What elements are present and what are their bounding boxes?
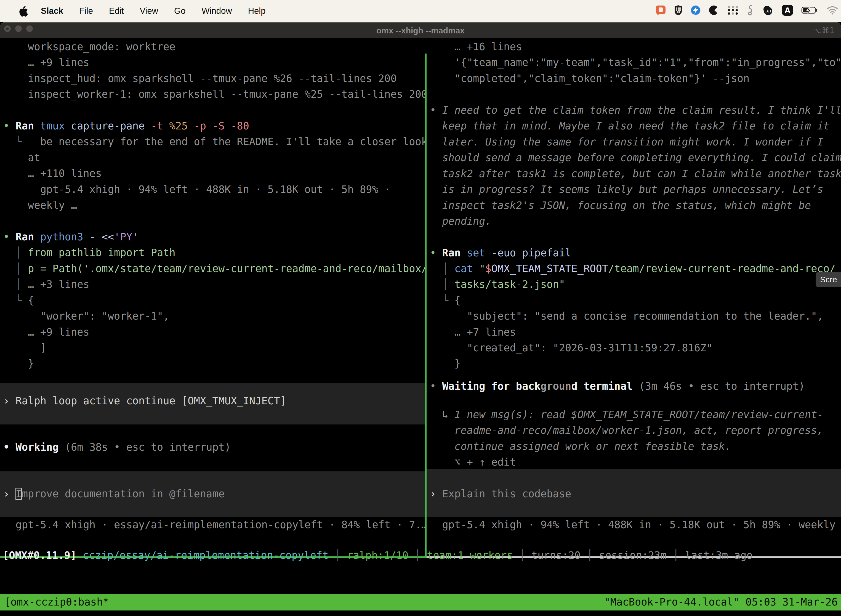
model-status-line: gpt-5.4 xhigh · 94% left · 488K in · 5.1… (426, 517, 841, 533)
bolt-badge-icon[interactable] (690, 5, 701, 15)
terminal-content: workspace_mode: worktree … +9 lines insp… (0, 38, 841, 541)
screen-tooltip: Scre (816, 272, 841, 287)
terminal-line: │ … +3 lines (0, 277, 425, 293)
terminal-line: … +9 lines (0, 55, 425, 70)
pane-separator[interactable] (425, 54, 426, 556)
tmux-session-label: [omx-cczip0:bash* (4, 594, 109, 610)
badge-61-icon[interactable]: ..61 (762, 5, 774, 16)
window-title: omx --xhigh --madmax (0, 23, 841, 38)
terminal-line: │ p = Path('.omx/state/team/review-curre… (0, 261, 425, 277)
apple-menu-icon[interactable] (18, 6, 29, 16)
a-app-icon[interactable]: A (781, 4, 794, 16)
terminal-line: continue assigned work or next feasible … (426, 439, 841, 455)
terminal-line: └ { (0, 293, 425, 308)
terminal-line: "created_at": "2026-03-31T11:59:27.816Z" (426, 340, 841, 356)
macos-menu-bar: SlackFileEditViewGoWindowHelp ..61A (0, 0, 841, 22)
terminal-line: ↳ 1 new msg(s): read $OMX_TEAM_STATE_ROO… (426, 407, 841, 423)
working-status-line: • Working (6m 38s • esc to interrupt) (0, 439, 425, 455)
dots-grid-icon[interactable] (727, 5, 739, 16)
terminal-line: │ from pathlib import Path (0, 245, 425, 261)
terminal-line: ] (0, 340, 425, 356)
battery-icon[interactable] (801, 6, 819, 15)
squiggle-icon[interactable] (747, 4, 754, 16)
omx-status-segment: cczip/essay/ai-reimplementation-copyleft (83, 550, 329, 561)
terminal-line: workspace_mode: worktree (0, 39, 425, 55)
terminal-line: weekly … (0, 197, 425, 213)
terminal-line: at (0, 150, 425, 166)
terminal-line: • Ran tmux capture-pane -t %25 -p -S -80 (0, 118, 425, 134)
terminal-line: later. Using the same for transition mig… (426, 134, 841, 150)
arc-icon[interactable] (709, 5, 719, 15)
terminal-line: │ tasks/task-2.json" (426, 277, 841, 293)
window-shortcut-badge: ⌥⌘1 (813, 23, 834, 38)
omx-status-segment: │ (329, 550, 347, 561)
omx-status-segment: session:23m (599, 550, 667, 561)
terminal-line: "completed","claim_token":"claim-token"}… (426, 70, 841, 87)
terminal-line: readme-and-reco/mailbox/worker-1.json, a… (426, 422, 841, 439)
omx-status-segment: team:1 workers (427, 550, 513, 561)
omx-status-segment: │ (408, 550, 427, 561)
terminal-line: • I need to get the claim token from the… (426, 103, 841, 119)
terminal-line: "worker": "worker-1", (0, 308, 425, 324)
terminal-line: task2 after task1 is complete, but can I… (426, 166, 841, 182)
chat-icon[interactable] (656, 5, 666, 16)
terminal-line: } (0, 356, 425, 372)
terminal-line: • Ran python3 - <<'PY' (0, 229, 425, 245)
svg-text:..61: ..61 (765, 9, 772, 13)
terminal-window: omx --xhigh --madmax ⌥⌘1 workspace_mode:… (0, 22, 841, 616)
edit-hint-line: ⌥ + ↑ edit (426, 454, 841, 470)
svg-text:A: A (785, 6, 790, 15)
terminal-line: keep that in mind. Maybe I also need the… (426, 118, 841, 134)
menu-items: SlackFileEditViewGoWindowHelp (29, 6, 265, 16)
terminal-line: inspect task2's JSON, focusing on the st… (426, 198, 841, 214)
terminal-line: pending. (426, 213, 841, 229)
omx-status-segment: │ (667, 550, 685, 561)
terminal-line: … +110 lines (0, 166, 425, 182)
terminal-line: │ cat "$OMX_TEAM_STATE_ROOT/team/review-… (426, 261, 841, 277)
tmux-host-clock: "MacBook-Pro-44.local" 05:03 31-Mar-26 (604, 594, 838, 610)
terminal-line: └ be necessary for the end of the README… (0, 134, 425, 150)
menu-item-view[interactable]: View (140, 6, 158, 16)
menu-item-go[interactable]: Go (174, 6, 185, 16)
terminal-line: is in progress? It seems likely but perh… (426, 182, 841, 198)
terminal-line: … +9 lines (0, 324, 425, 340)
tmux-pane-worker[interactable]: … +16 lines '{"team_name":"my-team","tas… (426, 38, 841, 541)
menu-item-help[interactable]: Help (248, 6, 266, 16)
model-status-line: gpt-5.4 xhigh · essay/ai-reimplementatio… (0, 517, 425, 533)
omx-status-segment: │ (513, 550, 532, 561)
tmux-pane-hud[interactable]: workspace_mode: worktree … +9 lines insp… (0, 38, 425, 541)
terminal-line: … +16 lines (426, 39, 841, 55)
terminal-line: '{"team_name":"my-team","task_id":"1","f… (426, 55, 841, 70)
terminal-line: "subject": "send a concise recommendatio… (426, 308, 841, 324)
menu-item-edit[interactable]: Edit (109, 6, 124, 16)
terminal-line: … +7 lines (426, 324, 841, 340)
menu-status-icons: ..61A (656, 0, 838, 21)
terminal-line: inspect_worker-1: omx sparkshell --tmux-… (0, 87, 425, 103)
omx-status-segment: ralph:1/10 (347, 550, 408, 561)
terminal-line: inspect_hud: omx sparkshell --tmux-pane … (0, 70, 425, 87)
omx-status-segment: │ (580, 550, 599, 561)
terminal-line: • Ran set -euo pipefail (426, 245, 841, 261)
input-placeholder-line: › Explain this codebase (426, 486, 841, 502)
queued-message-line: › Ralph loop active continue [OMX_TMUX_I… (0, 393, 425, 409)
waiting-status-line: • Waiting for background terminal (3m 46… (426, 378, 841, 395)
window-titlebar[interactable]: omx --xhigh --madmax ⌥⌘1 (0, 22, 841, 38)
omx-status-segment: turns:20 (532, 550, 580, 561)
menu-item-window[interactable]: Window (201, 6, 232, 16)
terminal-line: └ { (426, 293, 841, 308)
terminal-line: should send a message before completing … (426, 150, 841, 166)
terminal-line: } (426, 356, 841, 372)
omx-status-segment: [OMX#0.11.9] (3, 550, 83, 561)
menu-item-file[interactable]: File (79, 6, 93, 16)
omx-status-bar: [OMX#0.11.9] cczip/essay/ai-reimplementa… (0, 547, 841, 563)
tmux-status-bar: [omx-cczip0:bash* "MacBook-Pro-44.local"… (0, 594, 841, 610)
shield-icon[interactable] (674, 5, 683, 16)
terminal-line: gpt-5.4 xhigh · 94% left · 488K in · 5.1… (0, 182, 425, 198)
input-placeholder-line: › Improve documentation in @filename (0, 486, 425, 502)
menu-item-slack[interactable]: Slack (41, 6, 63, 16)
wifi-icon[interactable] (827, 6, 838, 15)
omx-status-segment: last:3m ago (685, 550, 753, 561)
